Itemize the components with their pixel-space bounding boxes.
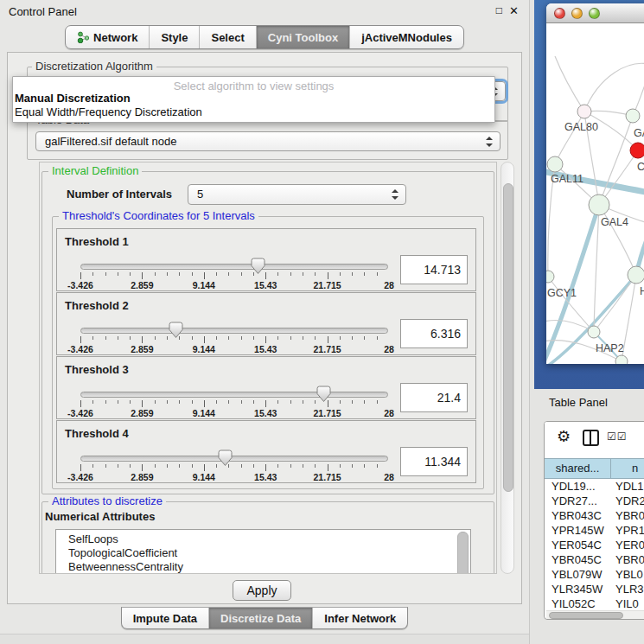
- threshold-panel: Threshold 1 -3.4262.8599.14415.4321.7152…: [56, 228, 476, 291]
- tick-label: 9.144: [193, 472, 215, 482]
- close-panel-icon[interactable]: ✕: [509, 4, 519, 17]
- table-row[interactable]: YER054C YER0: [545, 538, 644, 552]
- tick-label: -3.426: [67, 280, 93, 290]
- table-panel-titlebar: Table Panel: [534, 389, 644, 415]
- threshold-value-field[interactable]: 21.4: [400, 383, 468, 412]
- network-canvas[interactable]: GAL80GALCDGAL11GAL4GCY1HIHAP2: [546, 23, 644, 364]
- cyni-toolbox-panel: Discretization Algorithm Select algorith…: [7, 52, 522, 604]
- tick-label: 21.715: [314, 344, 341, 354]
- algorithm-hint: Select algorithm to view settings: [13, 80, 494, 92]
- tab-network[interactable]: Network: [66, 26, 150, 48]
- table-row[interactable]: YDR27... YDR2: [545, 494, 644, 508]
- threshold-slider-track[interactable]: [80, 456, 388, 462]
- table-panel-title: Table Panel: [549, 396, 608, 409]
- tab-select[interactable]: Select: [200, 26, 256, 48]
- table-hscrollbar-thumb[interactable]: [549, 612, 623, 619]
- network-node[interactable]: [547, 156, 563, 172]
- apply-button[interactable]: Apply: [233, 580, 291, 601]
- network-node[interactable]: [589, 194, 609, 215]
- number-of-intervals-select[interactable]: 5: [188, 184, 406, 205]
- table-row[interactable]: YBR045C YBR0: [545, 552, 644, 567]
- settings-scroll-viewport: Interval Definition Number of Intervals …: [39, 162, 497, 574]
- tick-label: 21.715: [314, 472, 341, 482]
- threshold-slider-track[interactable]: [80, 392, 388, 398]
- table-row[interactable]: YBL079W YBL0: [545, 567, 644, 582]
- threshold-value-field[interactable]: 11.344: [400, 447, 468, 476]
- network-node[interactable]: [626, 109, 640, 123]
- minimize-window-icon[interactable]: [571, 8, 583, 19]
- threshold-slider-track[interactable]: [80, 264, 388, 270]
- number-of-intervals-label: Number of Intervals: [67, 188, 172, 201]
- network-view-window: GAL80GALCDGAL11GAL4GCY1HIHAP2: [546, 3, 644, 364]
- table-row[interactable]: YIL052C YIL0: [545, 596, 644, 611]
- gear-icon[interactable]: ⚙: [557, 427, 571, 446]
- table-data-select[interactable]: galFiltered.sif default node: [35, 131, 501, 151]
- network-node[interactable]: [628, 266, 644, 284]
- network-edge[interactable]: [594, 275, 636, 332]
- tab-cyni-toolbox[interactable]: Cyni Toolbox: [257, 26, 350, 48]
- table-row[interactable]: YDL19... YDL1: [545, 479, 644, 494]
- network-node[interactable]: [546, 271, 554, 283]
- tab-infer-network[interactable]: Infer Network: [313, 608, 407, 628]
- threshold-value-field[interactable]: 14.713: [400, 255, 468, 284]
- thresholds-group-title: Threshold's Coordinates for 5 Intervals: [59, 210, 258, 222]
- tab-style[interactable]: Style: [150, 26, 200, 48]
- table-data-select-value: galFiltered.sif default node: [45, 135, 176, 148]
- network-edge[interactable]: [584, 63, 644, 112]
- application-window: Control Panel □ ✕ NetworkStyleSelectCyni…: [0, 0, 644, 644]
- numerical-attributes-list[interactable]: SelfLoopsTopologicalCoefficientBetweenne…: [55, 529, 471, 574]
- control-panel-titlebar: Control Panel □ ✕: [0, 0, 529, 22]
- threshold-slider-track[interactable]: [80, 328, 388, 334]
- network-edge[interactable]: [555, 112, 584, 164]
- network-node-label: GAL: [634, 127, 644, 139]
- tab-impute-data[interactable]: Impute Data: [122, 608, 209, 628]
- zoom-window-icon[interactable]: [589, 8, 600, 19]
- column-header-shared-name[interactable]: shared...: [545, 458, 611, 479]
- threshold-label: Threshold 3: [65, 363, 129, 376]
- combo-arrows-icon: [392, 189, 399, 200]
- cyni-mode-tabs: Impute DataDiscretize DataInfer Network: [0, 607, 529, 629]
- settings-scrollbar-thumb[interactable]: [503, 183, 513, 492]
- attribute-item[interactable]: TopologicalCoefficient: [56, 546, 470, 560]
- attributes-list-scrollbar[interactable]: [457, 532, 469, 574]
- algorithm-option[interactable]: Manual Discretization: [13, 92, 494, 105]
- network-node[interactable]: [588, 326, 600, 338]
- tick-label: -3.426: [67, 472, 93, 482]
- close-window-icon[interactable]: [554, 8, 565, 19]
- table-row[interactable]: YPR145W YPR1: [545, 523, 644, 538]
- attribute-item[interactable]: BetweennessCentrality: [56, 560, 470, 574]
- threshold-value-field[interactable]: 6.316: [400, 319, 468, 348]
- attribute-item[interactable]: SelfLoops: [56, 532, 470, 546]
- tick-label: 28: [384, 344, 394, 354]
- panel-title: Control Panel: [9, 5, 77, 18]
- threshold-slider-scale: -3.4262.8599.14415.4321.71528: [80, 400, 389, 419]
- table-panel: ⚙ ☑☑ shared... n YDL19... YDL1 YDR27... …: [544, 421, 644, 620]
- combo-arrows-icon: [486, 137, 493, 147]
- select-columns-icons[interactable]: ☑☑: [607, 430, 628, 443]
- algorithm-option[interactable]: Equal Width/Frequency Discretization: [13, 105, 494, 119]
- threshold-slider-scale: -3.4262.8599.14415.4321.71528: [80, 464, 389, 483]
- tick-label: 2.859: [131, 408, 153, 418]
- tab-jactivemnodules[interactable]: jActiveMNodules: [350, 26, 463, 48]
- tick-label: 9.144: [193, 344, 215, 354]
- table-row[interactable]: YBR043C YBR0: [545, 508, 644, 523]
- network-node[interactable]: [630, 143, 644, 158]
- network-edge[interactable]: [555, 56, 584, 112]
- network-node[interactable]: [577, 105, 591, 118]
- table-header-row: shared... n: [545, 458, 644, 479]
- threshold-panel: Threshold 2 -3.4262.8599.14415.4321.7152…: [56, 292, 476, 355]
- float-window-icon[interactable]: □: [496, 4, 502, 17]
- interval-definition-group-title: Interval Definition: [48, 165, 142, 177]
- tick-label: 28: [384, 280, 394, 290]
- tab-discretize-data[interactable]: Discretize Data: [209, 608, 313, 628]
- table-horizontal-scrollbar[interactable]: [546, 610, 644, 620]
- network-node[interactable]: [615, 355, 628, 364]
- tick-label: -3.426: [67, 344, 93, 354]
- network-window-titlebar[interactable]: [546, 3, 644, 23]
- column-manager-icon[interactable]: [583, 430, 599, 446]
- attributes-group-title: Attributes to discretize: [48, 495, 166, 507]
- table-row[interactable]: YLR345W YLR3: [545, 582, 644, 596]
- settings-scrollbar[interactable]: [501, 162, 514, 574]
- tick-label: 28: [384, 408, 394, 418]
- column-header-name[interactable]: n: [611, 458, 644, 479]
